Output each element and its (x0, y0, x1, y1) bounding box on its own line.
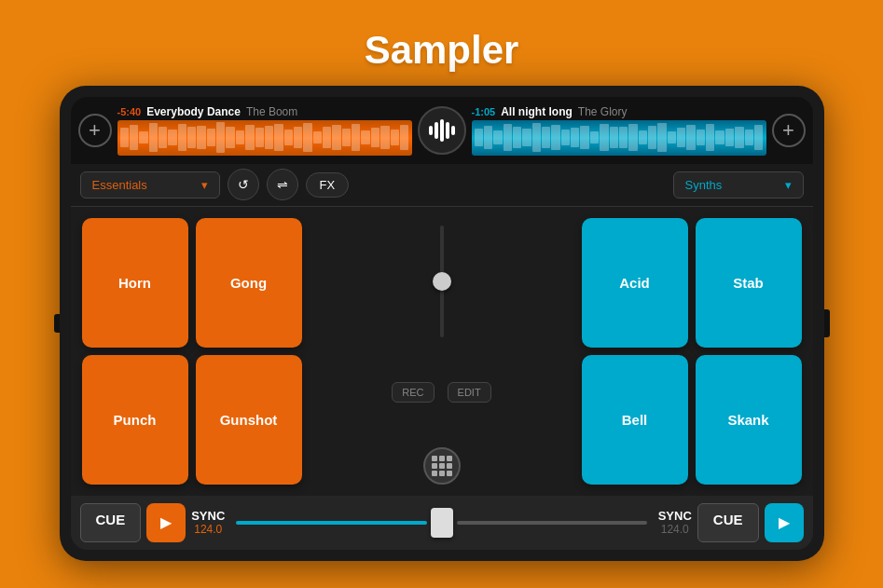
logo-bars (429, 117, 455, 144)
pad-skank[interactable]: Skank (696, 355, 802, 485)
pad-horn[interactable]: Horn (82, 218, 188, 348)
left-track-time: -5:40 (117, 106, 142, 117)
top-bar: + -5:40 Everybody Dance The Boom (71, 97, 813, 164)
rec-edit-row: REC EDIT (392, 382, 490, 403)
center-logo (418, 106, 466, 155)
main-area: Horn Gong Punch Gunshot REC (71, 207, 813, 496)
crossfader (230, 508, 652, 538)
synths-dropdown[interactable]: Synths ▾ (673, 171, 804, 198)
cue-left-button[interactable]: CUE (80, 503, 142, 542)
right-pads: Acid Stab Bell Skank (571, 207, 813, 496)
cue-right-button[interactable]: CUE (697, 503, 759, 542)
grid-button[interactable] (423, 447, 461, 485)
crossfader-handle[interactable] (431, 508, 453, 538)
add-left-button[interactable]: + (78, 114, 112, 147)
pad-acid[interactable]: Acid (582, 218, 688, 348)
essentials-label: Essentials (92, 178, 147, 192)
chevron-down-icon-right: ▾ (785, 178, 792, 192)
sync-left-section: SYNC 124.0 (191, 509, 225, 536)
center-controls: REC EDIT (313, 207, 571, 496)
rec-button[interactable]: REC (392, 382, 434, 403)
left-track-title: Everybody Dance (146, 105, 241, 118)
right-track-title: All night long (501, 105, 573, 118)
fx-button[interactable]: FX (306, 172, 350, 198)
pad-stab[interactable]: Stab (696, 218, 802, 348)
grid-icon (432, 456, 452, 476)
bpm-left: 124.0 (194, 523, 222, 536)
right-track-artist: The Glory (578, 105, 628, 118)
pad-bell[interactable]: Bell (582, 355, 688, 485)
crossfader-line-left (236, 521, 426, 525)
crossfader-line-right (457, 521, 647, 525)
sync-right-label: SYNC (658, 509, 692, 523)
left-track-info: -5:40 Everybody Dance The Boom (117, 105, 412, 118)
play-left-button[interactable]: ▶ (146, 503, 186, 542)
right-track-section: -1:05 All night long The Glory (472, 105, 766, 156)
fader-handle[interactable] (433, 272, 451, 291)
controls-row: Essentials ▾ ↺ ⇌ FX Synths ▾ (71, 164, 813, 207)
right-track-time: -1:05 (472, 106, 496, 117)
sync-left-label: SYNC (191, 509, 225, 523)
play-right-button[interactable]: ▶ (765, 503, 804, 542)
left-pads: Horn Gong Punch Gunshot (71, 207, 313, 496)
tablet-side-button (54, 314, 60, 333)
pad-gunshot[interactable]: Gunshot (196, 355, 302, 485)
right-track-info: -1:05 All night long The Glory (472, 105, 766, 118)
left-track-section: -5:40 Everybody Dance The Boom (117, 105, 412, 156)
sync-right-section: SYNC 124.0 (658, 509, 692, 536)
edit-button[interactable]: EDIT (448, 382, 491, 403)
bpm-right: 124.0 (661, 523, 689, 536)
add-right-button[interactable]: + (772, 114, 806, 147)
pad-punch[interactable]: Punch (82, 355, 188, 485)
vertical-fader[interactable] (440, 226, 444, 337)
essentials-dropdown[interactable]: Essentials ▾ (80, 171, 220, 198)
pad-gong[interactable]: Gong (196, 218, 302, 348)
chevron-down-icon: ▾ (201, 178, 208, 192)
synths-label: Synths (685, 178, 723, 192)
page-title: Sampler (365, 28, 519, 73)
right-waveform (472, 120, 766, 156)
bottom-bar: CUE ▶ SYNC 124.0 SYNC 124.0 CUE ▶ (71, 496, 813, 550)
tablet-screen: + -5:40 Everybody Dance The Boom (71, 97, 813, 550)
left-track-artist: The Boom (246, 105, 297, 118)
loop-button[interactable]: ↺ (228, 169, 259, 200)
tablet: + -5:40 Everybody Dance The Boom (60, 86, 824, 561)
left-waveform (117, 120, 412, 156)
tablet-power-button (824, 309, 830, 337)
mixer-button[interactable]: ⇌ (267, 169, 298, 200)
